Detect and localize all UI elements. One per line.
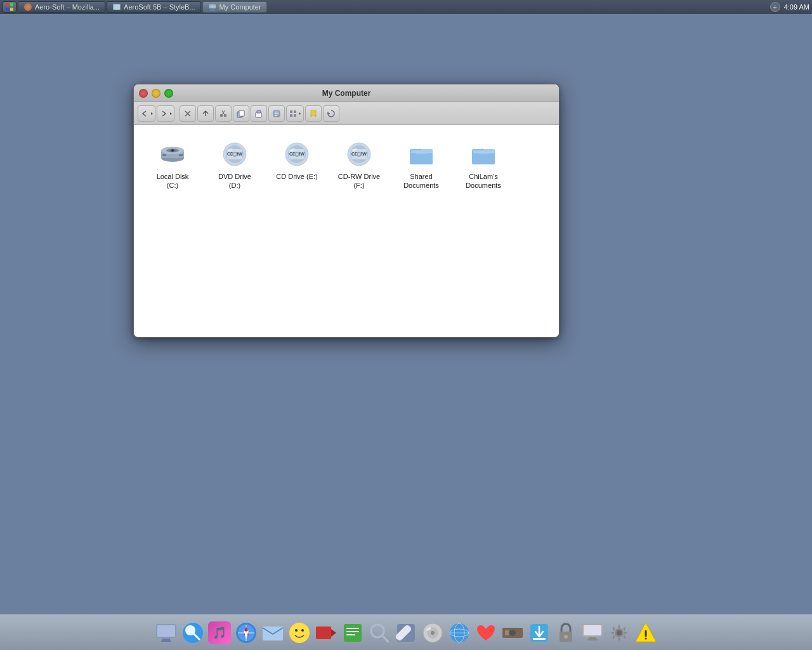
svg-point-101	[617, 630, 622, 635]
file-item-cd-drive[interactable]: CD-RW CD Drive (E:)	[268, 135, 325, 194]
dock-download[interactable]	[527, 620, 552, 646]
svg-rect-56	[157, 625, 175, 637]
desktop: My Computer	[0, 14, 812, 620]
dock-network[interactable]	[447, 620, 472, 646]
svg-rect-7	[114, 4, 120, 10]
svg-rect-21	[275, 115, 277, 116]
toolbar-refresh-button[interactable]	[323, 105, 339, 122]
dock-dvd[interactable]	[500, 620, 525, 646]
window-title: My Computer	[322, 89, 371, 98]
toolbar-bookmark-button[interactable]	[305, 105, 322, 122]
svg-rect-58	[161, 640, 171, 642]
svg-rect-0	[6, 3, 9, 6]
dock-mail[interactable]	[260, 620, 285, 646]
svg-rect-93	[533, 638, 546, 640]
toolbar-copy-button[interactable]	[233, 105, 249, 122]
file-item-chilam-docs[interactable]: ChiLam'sDocuments	[455, 135, 512, 194]
local-disk-label: Local Disk(C:)	[157, 172, 189, 190]
forward-button[interactable]	[157, 105, 174, 122]
file-item-shared-docs[interactable]: SharedDocuments	[393, 135, 450, 194]
shared-docs-label: SharedDocuments	[403, 172, 439, 190]
svg-rect-10	[211, 10, 214, 10]
dock-finder[interactable]	[180, 620, 206, 646]
taskbar-top: Aero-Soft – Mozilla... AeroSoft.5B – Sty…	[0, 0, 812, 14]
toolbar-close-button[interactable]	[180, 105, 196, 122]
svg-point-95	[564, 635, 568, 639]
add-taskbar-button[interactable]: +	[770, 2, 780, 12]
dock: 🎵	[0, 614, 812, 650]
dock-burn[interactable]	[420, 620, 445, 646]
taskbar-item-firefox[interactable]: Aero-Soft – Mozilla...	[18, 1, 105, 13]
svg-rect-19	[275, 112, 278, 112]
svg-rect-25	[294, 114, 296, 117]
toolbar-view-button[interactable]	[286, 105, 304, 122]
dock-utils[interactable]	[393, 620, 419, 646]
cdrw-icon-container: CD-RW	[344, 139, 374, 169]
dock-editor[interactable]	[340, 620, 365, 646]
toolbar-properties-button[interactable]	[268, 105, 285, 122]
toolbar-cut-button[interactable]	[215, 105, 232, 122]
svg-rect-76	[346, 631, 359, 632]
cdrw-drive-label: CD-RW Drive(F:)	[338, 172, 380, 190]
dvd-icon: CD-RW	[221, 140, 249, 168]
svg-point-69	[289, 623, 310, 643]
svg-rect-75	[346, 628, 359, 629]
dock-video[interactable]	[313, 620, 339, 646]
file-item-local-disk[interactable]: Local Disk(C:)	[144, 135, 201, 194]
hdd-icon	[159, 140, 187, 168]
svg-point-83	[431, 631, 435, 635]
taskbar-item-styleb[interactable]: AeroSoft.5B – StyleB...	[107, 1, 201, 13]
window-minimize-button[interactable]	[152, 89, 160, 98]
dock-mycomp[interactable]	[154, 620, 179, 646]
my-computer-window: My Computer	[133, 84, 560, 338]
svg-rect-57	[162, 639, 170, 640]
file-item-dvd-drive[interactable]: CD-RW DVD Drive(D:)	[206, 135, 263, 194]
window-toolbar	[134, 102, 559, 125]
dock-itunes[interactable]: 🎵	[207, 620, 232, 646]
cdrw-icon: CD-RW	[345, 140, 373, 168]
dock-prefs[interactable]	[606, 620, 632, 646]
dock-im[interactable]	[287, 620, 312, 646]
dock-magnify[interactable]	[367, 620, 392, 646]
mycomp-tab-label: My Computer	[219, 3, 261, 11]
start-button[interactable]	[3, 1, 16, 13]
svg-point-53	[358, 153, 360, 156]
dock-safari[interactable]	[233, 620, 259, 646]
dock-heart[interactable]	[473, 620, 499, 646]
dock-warning[interactable]	[633, 620, 658, 646]
svg-rect-68	[263, 627, 283, 640]
local-disk-icon-container	[157, 139, 188, 169]
svg-rect-33	[179, 154, 183, 156]
file-item-cdrw-drive[interactable]: CD-RW CD-RW Drive(F:)	[331, 135, 388, 194]
dvd-drive-label: DVD Drive(D:)	[218, 172, 251, 190]
chilam-docs-label: ChiLam'sDocuments	[466, 172, 501, 190]
svg-rect-97	[584, 625, 601, 635]
svg-rect-72	[316, 627, 331, 639]
svg-point-90	[509, 630, 516, 636]
cd-icon: CD-RW	[283, 140, 311, 168]
svg-rect-99	[587, 639, 598, 640]
dock-monitor-manage[interactable]	[580, 620, 605, 646]
svg-rect-1	[10, 3, 13, 6]
toolbar-paste-button[interactable]	[251, 105, 267, 122]
back-button[interactable]	[138, 105, 155, 122]
taskbar-right: + 4:09 AM	[770, 2, 809, 12]
svg-rect-91	[505, 630, 509, 635]
toolbar-up-button[interactable]	[197, 105, 214, 122]
svg-rect-3	[10, 8, 13, 11]
taskbar-item-mycomp[interactable]: My Computer	[202, 1, 267, 13]
svg-point-46	[296, 153, 298, 156]
window-close-button[interactable]	[139, 89, 148, 98]
window-maximize-button[interactable]	[164, 89, 173, 98]
svg-rect-9	[209, 4, 216, 8]
svg-rect-15	[239, 110, 244, 116]
svg-rect-32	[162, 154, 166, 156]
svg-point-71	[301, 629, 304, 632]
svg-rect-20	[275, 113, 278, 114]
chilam-docs-icon-container	[468, 139, 499, 169]
dvd-icon-container: CD-RW	[219, 139, 250, 169]
dock-lock[interactable]	[553, 620, 579, 646]
svg-rect-22	[290, 110, 292, 113]
clock: 4:09 AM	[784, 3, 809, 11]
styleb-tab-label: AeroSoft.5B – StyleB...	[124, 3, 195, 11]
